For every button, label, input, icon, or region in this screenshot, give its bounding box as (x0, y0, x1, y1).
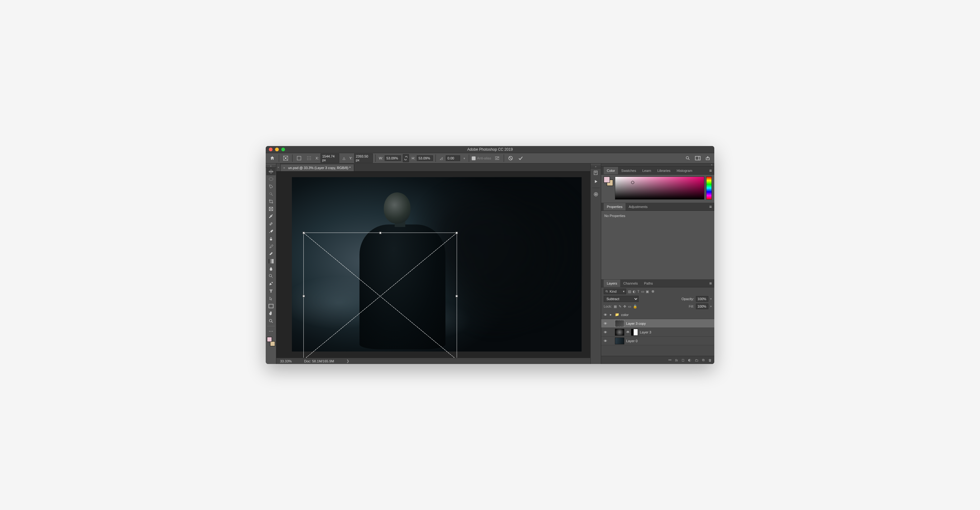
antialias-checkbox[interactable]: Anti-alias (472, 156, 491, 160)
tab-layers[interactable]: Layers (604, 280, 620, 287)
eyedropper-tool[interactable] (266, 213, 276, 220)
gradient-tool[interactable] (266, 257, 276, 265)
link-mask-icon[interactable]: 𐄷 (626, 330, 629, 334)
window-maximize-button[interactable] (281, 148, 285, 151)
visibility-icon[interactable]: 👁 (604, 330, 608, 334)
visibility-icon[interactable]: 👁 (604, 339, 608, 343)
quick-select-tool[interactable] (266, 190, 276, 198)
frame-tool[interactable] (266, 205, 276, 213)
cancel-transform-icon[interactable] (506, 154, 515, 162)
eraser-tool[interactable] (266, 250, 276, 257)
dodge-tool[interactable] (266, 272, 276, 280)
y-field[interactable]: 2393.50 px (354, 154, 373, 163)
link-layers-icon[interactable]: ⚯ (668, 358, 671, 362)
position-delta-icon[interactable]: △ (341, 154, 347, 162)
clone-tool[interactable] (266, 235, 276, 243)
brush-tool[interactable] (266, 227, 276, 235)
lock-pos-icon[interactable]: ✥ (623, 305, 626, 308)
filter-adjust-icon[interactable]: ◐ (633, 289, 636, 294)
blend-mode-dropdown[interactable]: Subtract (604, 296, 639, 302)
navigator-panel-icon[interactable] (591, 190, 601, 199)
panel-menu-icon[interactable]: ≡ (709, 204, 712, 209)
canvas[interactable] (292, 177, 582, 351)
color-picker-ring[interactable] (631, 181, 634, 184)
layer-item[interactable]: 👁 𐄷 Layer 3 (601, 328, 714, 337)
visibility-icon[interactable]: 👁 (604, 322, 608, 326)
fill-chevron-icon[interactable]: ▾ (710, 305, 712, 308)
pen-tool[interactable] (266, 280, 276, 288)
tab-histogram[interactable]: Histogram (673, 167, 695, 174)
filter-image-icon[interactable]: ▨ (628, 289, 631, 294)
layer-thumbnail[interactable] (615, 320, 624, 327)
canvas-area[interactable] (276, 172, 590, 358)
lock-trans-icon[interactable]: ▦ (614, 305, 617, 308)
reference-point-icon[interactable] (295, 154, 303, 162)
hand-tool[interactable] (266, 310, 276, 317)
status-chevron-icon[interactable]: ❯ (347, 359, 349, 363)
tab-learn[interactable]: Learn (639, 167, 654, 174)
lock-artboard-icon[interactable]: ▭ (628, 305, 631, 308)
warp-mode-icon[interactable] (493, 154, 501, 162)
commit-transform-icon[interactable] (517, 154, 525, 162)
w-field[interactable]: 53.09% (385, 156, 401, 161)
panel-color-swatches[interactable] (604, 176, 613, 186)
type-tool[interactable] (266, 288, 276, 295)
panel-menu-icon[interactable]: ≡ (709, 281, 712, 286)
transform-origin-icon[interactable] (282, 154, 290, 162)
marquee-tool[interactable] (266, 175, 276, 183)
angle-field[interactable]: 0.00 (446, 156, 460, 161)
layer-thumbnail[interactable] (615, 329, 624, 336)
aspect-lock-icon[interactable] (403, 154, 409, 162)
layer-item[interactable]: 👁 Layer 3 copy (601, 319, 714, 328)
search-icon[interactable] (684, 154, 692, 162)
tab-swatches[interactable]: Swatches (618, 167, 639, 174)
layer-name[interactable]: color (621, 313, 628, 317)
layer-item[interactable]: 👁 Layer 0 (601, 337, 714, 345)
filter-shape-icon[interactable]: ▭ (641, 289, 644, 294)
shape-tool[interactable] (266, 302, 276, 310)
zoom-tool[interactable] (266, 317, 276, 325)
layer-name[interactable]: Layer 0 (626, 339, 638, 343)
opacity-field[interactable]: 100% (696, 296, 708, 302)
layer-item-group[interactable]: 👁 ▸ 📁 color (601, 310, 714, 319)
angle-dropdown-icon[interactable]: ▾ (462, 154, 466, 162)
tab-libraries[interactable]: Libraries (654, 167, 673, 174)
workspace-icon[interactable] (694, 154, 702, 162)
history-panel-icon[interactable] (591, 168, 601, 177)
crop-tool[interactable] (266, 198, 276, 205)
filter-toggle-icon[interactable] (652, 290, 654, 293)
hue-strip[interactable] (706, 176, 712, 200)
tab-adjustments[interactable]: Adjustments (625, 203, 651, 210)
x-field[interactable]: 1544.74 px (321, 154, 339, 163)
mask-icon[interactable]: ◻ (682, 358, 684, 362)
lock-all-icon[interactable]: 🔒 (633, 305, 637, 308)
lock-paint-icon[interactable]: ✎ (619, 305, 622, 308)
layer-thumbnail[interactable] (615, 337, 624, 344)
opacity-chevron-icon[interactable]: ▾ (710, 297, 712, 300)
zoom-level[interactable]: 33.33% (280, 359, 291, 363)
panel-menu-icon[interactable]: ≡ (709, 168, 712, 173)
tabbar-collapse[interactable]: » (276, 164, 281, 171)
dock-collapse[interactable]: « (590, 165, 601, 168)
tab-properties[interactable]: Properties (604, 203, 625, 210)
layer-mask-thumbnail[interactable] (631, 329, 638, 336)
document-tab[interactable]: × un.psd @ 33.3% (Layer 3 copy, RGB/8) * (281, 164, 354, 171)
fx-icon[interactable]: fx (675, 358, 678, 362)
filter-smart-icon[interactable]: ▣ (646, 289, 649, 294)
share-icon[interactable] (704, 154, 712, 162)
tab-color[interactable]: Color (604, 167, 618, 174)
group-icon[interactable]: 🗀 (695, 358, 698, 362)
layer-name[interactable]: Layer 3 (640, 330, 651, 334)
healing-tool[interactable] (266, 220, 276, 227)
window-close-button[interactable] (269, 148, 272, 151)
window-minimize-button[interactable] (275, 148, 279, 151)
filter-type-icon[interactable]: T (637, 289, 640, 293)
panels-collapse[interactable]: » (601, 164, 714, 167)
layer-kind-filter[interactable]: Kind▾ (604, 289, 626, 294)
blur-tool[interactable] (266, 265, 276, 272)
color-swatches[interactable] (266, 337, 276, 346)
color-field[interactable] (615, 176, 704, 200)
expand-icon[interactable]: ▸ (610, 313, 613, 317)
history-brush-tool[interactable] (266, 243, 276, 250)
adjustment-icon[interactable]: ◐ (688, 358, 691, 362)
